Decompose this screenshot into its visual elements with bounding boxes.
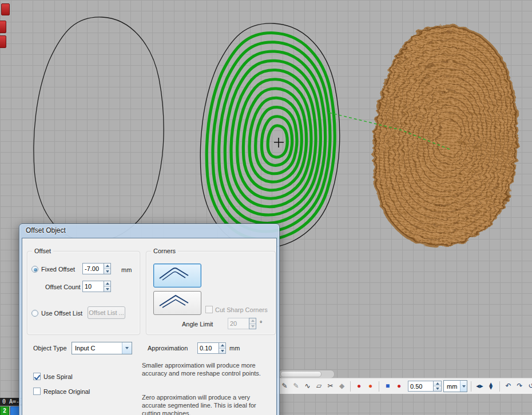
cut-sharp-corners-label: Cut Sharp Corners xyxy=(215,306,268,313)
bottom-toolbar: ✎✎∿▱✂◆●●■● 0.50 mm ◀▶◀▶↶↷↺▱ xyxy=(275,378,532,394)
spin-up-icon[interactable] xyxy=(104,281,110,287)
thread-color-badge-green[interactable]: 2 xyxy=(0,406,9,415)
scrollbar-thumb[interactable] xyxy=(280,371,321,377)
fixed-offset-unit: mm xyxy=(121,266,132,273)
use-spiral-label[interactable]: Use Spiral xyxy=(43,373,73,380)
offset-count-spinner[interactable] xyxy=(104,281,111,292)
angle-limit-spinner[interactable] xyxy=(249,318,256,329)
spin-down-icon[interactable] xyxy=(434,386,441,391)
object-type-value[interactable]: Input C xyxy=(72,345,122,352)
toolbar-separator xyxy=(499,381,500,392)
stitch-length-value[interactable]: 0.50 xyxy=(408,381,433,392)
object-type-label: Object Type xyxy=(33,345,67,352)
spin-up-icon[interactable] xyxy=(219,343,225,349)
reshape-tool-icon[interactable]: ✎ xyxy=(280,381,289,391)
zero-approximation-help-text: Zero approximation will produce a very a… xyxy=(142,394,275,415)
spin-up-icon[interactable] xyxy=(104,264,110,269)
corner-style-rounded-button[interactable] xyxy=(153,264,201,288)
angle-limit-field[interactable]: 20 xyxy=(228,318,256,329)
object-type-dropdown[interactable]: Input C xyxy=(72,342,132,354)
rotate-90-icon[interactable]: ↺ xyxy=(526,381,532,391)
stitch-length-field[interactable]: 0.50 xyxy=(408,381,442,392)
spin-up-icon[interactable] xyxy=(434,381,441,386)
spin-down-icon[interactable] xyxy=(104,287,110,292)
stitch-length-spinner[interactable] xyxy=(433,381,442,392)
rounded-corner-icon xyxy=(154,264,194,281)
stitch-point-icon[interactable]: ● xyxy=(394,381,404,391)
use-spiral-checkbox[interactable] xyxy=(33,373,41,380)
corners-groupbox: Corners Cut Sharp Corners Angle Limit xyxy=(146,251,276,335)
use-offset-list-label[interactable]: Use Offset List xyxy=(41,310,82,317)
offset-count-field[interactable]: 10 xyxy=(82,281,111,292)
green-offset-shape[interactable] xyxy=(200,23,339,248)
corners-group-label: Corners xyxy=(151,248,178,254)
spin-down-icon[interactable] xyxy=(219,349,225,354)
design-workspace: ✎✎∿▱✂◆●●■● 0.50 mm ◀▶◀▶↶↷↺▱ 0 A=-14 2 Of… xyxy=(0,0,532,415)
sharp-corner-icon xyxy=(154,292,194,309)
thread-color-badge-blue[interactable] xyxy=(10,406,19,415)
angle-limit-value[interactable]: 20 xyxy=(228,318,249,329)
shape-tool-icon[interactable]: ▱ xyxy=(314,381,324,391)
fixed-offset-radio[interactable] xyxy=(31,266,38,273)
replace-original-label[interactable]: Replace Original xyxy=(43,388,90,395)
offset-count-label: Offset Count xyxy=(45,284,81,290)
dialog-client-area: Offset Fixed Offset -7.00 mm Offset Coun… xyxy=(22,238,277,415)
offset-group-label: Offset xyxy=(32,248,53,254)
use-offset-list-radio[interactable] xyxy=(31,310,38,317)
cut-tool-icon[interactable]: ✂ xyxy=(325,381,335,391)
fixed-offset-field[interactable]: -7.00 xyxy=(82,263,111,274)
offset-count-value[interactable]: 10 xyxy=(82,281,104,292)
rotate-ccw-icon[interactable]: ↶ xyxy=(503,381,513,391)
horizontal-scrollbar[interactable] xyxy=(279,370,335,378)
add-node-icon[interactable]: ✎ xyxy=(291,381,301,391)
dropdown-arrow-icon[interactable] xyxy=(122,342,132,354)
thread-color-icon[interactable]: ■ xyxy=(383,381,392,391)
fixed-offset-value[interactable]: -7.00 xyxy=(82,263,104,274)
crosshair-cursor xyxy=(274,138,284,147)
spin-up-icon[interactable] xyxy=(249,318,256,324)
cut-sharp-corners-checkbox[interactable] xyxy=(205,306,213,313)
approximation-label: Approximation xyxy=(148,345,188,352)
replace-original-checkbox[interactable] xyxy=(33,388,41,395)
approximation-help-text: Smaller approximation will produce more … xyxy=(142,362,275,378)
approximation-spinner[interactable] xyxy=(219,342,226,354)
corner-style-sharp-button[interactable] xyxy=(153,291,201,315)
units-dropdown[interactable]: mm xyxy=(443,380,467,392)
docked-tool-icon-2[interactable] xyxy=(0,21,6,33)
spin-down-icon[interactable] xyxy=(104,269,110,274)
offset-object-dialog: Offset Object Offset Fixed Offset -7.00 … xyxy=(19,224,280,415)
stitched-shape[interactable] xyxy=(375,27,516,245)
fixed-offset-spinner[interactable] xyxy=(104,263,111,274)
mirror-vertical-icon[interactable]: ◀▶ xyxy=(486,381,496,391)
offset-ring xyxy=(268,126,287,157)
docked-tool-icon-3[interactable] xyxy=(0,35,6,48)
mirror-horizontal-icon[interactable]: ◀▶ xyxy=(475,381,485,391)
offset-ring xyxy=(249,98,301,182)
dialog-title[interactable]: Offset Object xyxy=(19,224,279,237)
offset-groupbox: Offset Fixed Offset -7.00 mm Offset Coun… xyxy=(27,251,140,335)
toolbar-separator xyxy=(350,381,351,392)
approximation-field[interactable]: 0.10 xyxy=(197,342,226,354)
toolbar-separator xyxy=(379,381,379,392)
exit-point-icon[interactable]: ● xyxy=(366,381,375,391)
approximation-unit: mm xyxy=(229,345,240,352)
fixed-offset-label[interactable]: Fixed Offset xyxy=(41,266,75,273)
offset-list-button[interactable]: Offset List ... xyxy=(88,306,125,319)
outline-shape[interactable] xyxy=(34,17,164,242)
units-value[interactable]: mm xyxy=(444,383,460,390)
smooth-curve-icon[interactable]: ∿ xyxy=(303,381,312,391)
thread-color-bar: 2 xyxy=(0,406,19,415)
docked-tool-icon-1[interactable] xyxy=(1,3,10,15)
dropdown-arrow-icon[interactable] xyxy=(460,381,467,392)
toolbar-separator xyxy=(471,381,471,392)
stitch-marker-icon[interactable]: ◆ xyxy=(337,381,347,391)
entry-point-icon[interactable]: ● xyxy=(354,381,364,391)
angle-limit-unit: ° xyxy=(260,320,262,326)
rotate-cw-icon[interactable]: ↷ xyxy=(515,381,525,391)
approximation-value[interactable]: 0.10 xyxy=(197,342,219,354)
spin-down-icon[interactable] xyxy=(249,324,256,329)
angle-limit-label: Angle Limit xyxy=(182,321,213,328)
